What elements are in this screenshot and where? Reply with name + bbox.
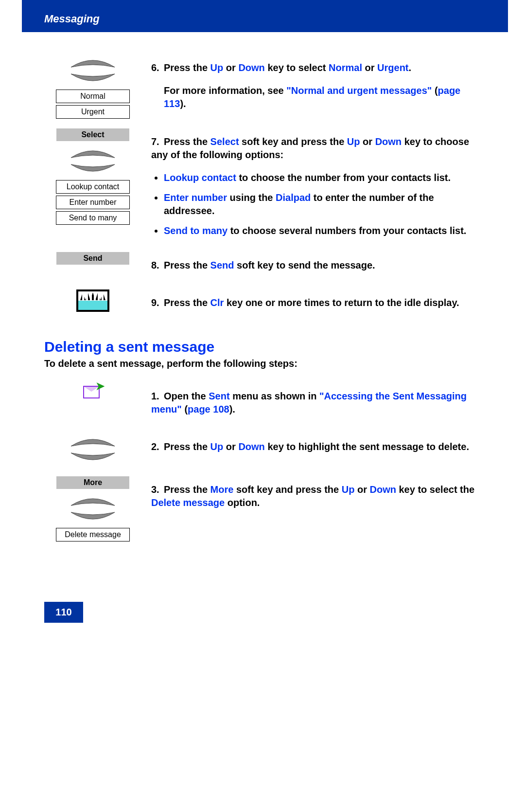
page-number: 110	[44, 602, 83, 623]
sent-menu-icon: ➤	[83, 383, 103, 398]
nav-up-down-icon	[66, 433, 120, 467]
option-enter-number: Enter number	[56, 196, 130, 209]
step-9-text: 9.Press the Clr key one or more times to…	[151, 296, 479, 309]
option-normal: Normal	[56, 90, 130, 103]
up-key: Up	[210, 62, 224, 73]
nav-up-down-icon	[66, 144, 120, 178]
step-8-text: 8.Press the Send soft key to send the me…	[151, 259, 479, 272]
option-lookup-contact: Lookup contact	[56, 180, 130, 194]
option-send-to-many: Send to many	[56, 211, 130, 225]
step-7-bullets: Lookup contact to choose the number from…	[164, 171, 479, 237]
link-page-108[interactable]: page 108	[188, 404, 229, 415]
section-intro: To delete a sent message, perform the fo…	[44, 358, 479, 369]
softkey-more: More	[56, 476, 129, 489]
nav-up-down-icon	[66, 492, 120, 526]
delete-step-3: 3.Press the More soft key and press the …	[151, 483, 479, 509]
step-6-more: For more information, see "Normal and ur…	[164, 84, 479, 110]
softkey-send: Send	[56, 252, 129, 265]
delete-step-2: 2.Press the Up or Down key to highlight …	[151, 440, 479, 453]
nav-up-down-icon	[66, 54, 120, 88]
option-urgent: Urgent	[56, 105, 130, 119]
page-header: Messaging	[22, 0, 508, 32]
step-7-text: 7.Press the Select soft key and press th…	[151, 135, 479, 162]
softkey-select: Select	[56, 128, 129, 141]
link-normal-urgent[interactable]: "Normal and urgent messages"	[286, 85, 432, 96]
section-title: Deleting a sent message	[44, 339, 479, 355]
step-6-text: 6.Press the Up or Down key to select Nor…	[151, 61, 479, 74]
option-delete-message: Delete message	[56, 528, 130, 541]
clr-key-icon	[76, 289, 109, 312]
down-key: Down	[238, 62, 264, 73]
delete-step-1: 1.Open the Sent menu as shown in "Access…	[151, 390, 479, 416]
header-title: Messaging	[44, 13, 100, 25]
